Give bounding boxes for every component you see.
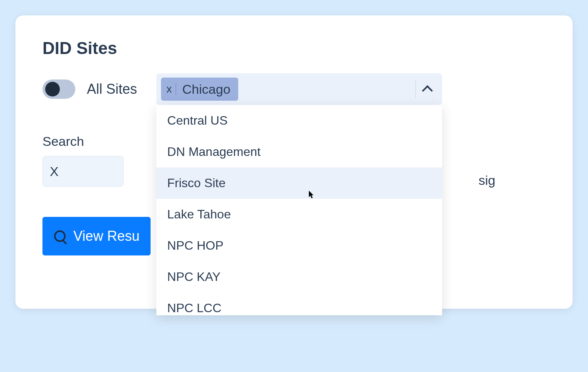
select-right (415, 80, 437, 98)
controls-row: All Sites x Chicago Central US DN Manage… (42, 73, 546, 105)
site-multiselect[interactable]: x Chicago Central US DN Management Frisc… (156, 73, 442, 105)
partial-text-behind-dropdown: sig (479, 173, 495, 188)
chevron-up-icon[interactable] (422, 85, 433, 96)
divider (415, 80, 416, 98)
view-button-label: View Resu (73, 228, 139, 244)
select-box[interactable]: x Chicago (156, 73, 442, 105)
chip-label: Chicago (180, 82, 230, 97)
option-central-us[interactable]: Central US (156, 105, 442, 136)
search-input[interactable] (42, 156, 124, 187)
all-sites-toggle[interactable] (42, 79, 75, 99)
view-results-button[interactable]: View Resu (42, 217, 151, 255)
toggle-knob (45, 82, 60, 96)
option-dn-management[interactable]: DN Management (156, 136, 442, 167)
search-icon (54, 230, 66, 242)
chip-chicago: x Chicago (161, 78, 238, 101)
option-npc-hop[interactable]: NPC HOP (156, 230, 442, 261)
toggle-label: All Sites (87, 81, 137, 97)
page-title: DID Sites (42, 39, 546, 58)
option-lake-tahoe[interactable]: Lake Tahoe (156, 199, 442, 230)
option-frisco-site[interactable]: Frisco Site (156, 167, 442, 199)
option-npc-lcc[interactable]: NPC LCC (156, 293, 442, 315)
chip-remove-icon[interactable]: x (166, 83, 176, 95)
did-sites-card: DID Sites All Sites x Chicago (15, 15, 573, 309)
all-sites-toggle-group: All Sites (42, 79, 137, 99)
mouse-cursor (309, 191, 315, 201)
selected-chips: x Chicago (161, 78, 238, 101)
site-dropdown: Central US DN Management Frisco Site Lak… (156, 105, 442, 315)
option-npc-kay[interactable]: NPC KAY (156, 261, 442, 293)
